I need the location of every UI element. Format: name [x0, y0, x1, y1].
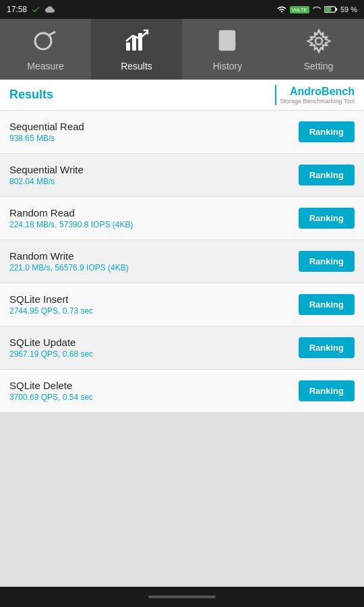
results-title: Results [9, 88, 53, 102]
setting-icon [305, 27, 333, 55]
result-text: Random Read 224.18 MB/s, 57390.8 IOPS (4… [9, 207, 299, 229]
tab-measure-label: Measure [27, 61, 63, 71]
ranking-button[interactable]: Ranking [299, 294, 355, 315]
results-icon [123, 27, 151, 55]
result-item: Random Write 221.0 MB/s, 56576.9 IOPS (4… [0, 240, 364, 283]
result-name: Random Write [9, 250, 299, 262]
tab-results[interactable]: Results [91, 19, 182, 80]
result-name: SQLite Delete [9, 380, 299, 391]
ranking-button[interactable]: Ranking [299, 380, 355, 401]
tab-setting[interactable]: Setting [273, 19, 364, 80]
results-list: Sequential Read 938.65 MB/s Ranking Sequ… [0, 111, 364, 413]
signal-icon [312, 5, 322, 14]
check-icon [31, 5, 40, 14]
brand-divider [275, 85, 276, 105]
svg-rect-2 [325, 7, 331, 11]
svg-line-4 [49, 32, 55, 35]
result-item: SQLite Insert 2744.95 QPS, 0.73 sec Rank… [0, 283, 364, 326]
status-left: 17:58 [7, 5, 55, 14]
tab-setting-label: Setting [304, 61, 334, 71]
time-display: 17:58 [7, 5, 27, 14]
tab-history-label: History [213, 61, 243, 71]
status-right: VoLTE 59 % [276, 5, 358, 14]
brand-container: AndroBench Storage Benchmarking Tool [275, 85, 355, 105]
result-text: SQLite Delete 3700.69 QPS, 0.54 sec [9, 380, 299, 402]
svg-rect-1 [336, 8, 338, 11]
battery-icon [324, 5, 338, 13]
result-name: SQLite Insert [9, 293, 299, 305]
cloud-icon [44, 5, 55, 14]
bottom-bar [0, 587, 364, 607]
results-header: Results AndroBench Storage Benchmarking … [0, 80, 364, 111]
svg-point-12 [315, 38, 322, 45]
svg-rect-5 [126, 42, 130, 51]
svg-point-3 [35, 33, 51, 49]
nav-tabs: Measure Results History [0, 19, 364, 80]
ranking-button[interactable]: Ranking [299, 337, 355, 358]
brand-logo: AndroBench Storage Benchmarking Tool [280, 86, 355, 105]
result-item: SQLite Update 2967.19 QPS, 0.68 sec Rank… [0, 326, 364, 370]
brand-part1: Andro [290, 86, 322, 97]
battery-percent: 59 % [340, 5, 357, 13]
result-text: SQLite Insert 2744.95 QPS, 0.73 sec [9, 293, 299, 316]
result-name: Sequential Write [9, 164, 299, 175]
result-value: 802.04 MB/s [9, 177, 299, 186]
result-text: Sequential Read 938.65 MB/s [9, 121, 299, 143]
result-value: 938.65 MB/s [9, 134, 299, 143]
brand-name: AndroBench [290, 86, 355, 98]
result-text: Random Write 221.0 MB/s, 56576.9 IOPS (4… [9, 250, 299, 272]
ranking-button[interactable]: Ranking [299, 165, 355, 185]
volte-badge: VoLTE [290, 6, 309, 13]
result-item: Sequential Write 802.04 MB/s Ranking [0, 154, 364, 197]
ranking-button[interactable]: Ranking [299, 121, 355, 142]
result-item: Sequential Read 938.65 MB/s Ranking [0, 111, 364, 154]
result-value: 3700.69 QPS, 0.54 sec [9, 393, 299, 402]
tab-measure[interactable]: Measure [0, 19, 91, 80]
wifi-icon [276, 5, 287, 14]
result-name: Random Read [9, 207, 299, 219]
brand-sub: Storage Benchmarking Tool [280, 98, 355, 105]
result-value: 221.0 MB/s, 56576.9 IOPS (4KB) [9, 263, 299, 272]
brand-part2: Bench [322, 86, 355, 97]
history-icon [214, 27, 242, 55]
result-value: 2744.95 QPS, 0.73 sec [9, 306, 299, 316]
result-item: SQLite Delete 3700.69 QPS, 0.54 sec Rank… [0, 370, 364, 413]
result-text: SQLite Update 2967.19 QPS, 0.68 sec [9, 337, 299, 359]
result-item: Random Read 224.18 MB/s, 57390.8 IOPS (4… [0, 197, 364, 240]
result-value: 224.18 MB/s, 57390.8 IOPS (4KB) [9, 220, 299, 229]
result-name: SQLite Update [9, 337, 299, 348]
tab-results-label: Results [121, 61, 152, 71]
ranking-button[interactable]: Ranking [299, 251, 355, 272]
result-name: Sequential Read [9, 121, 299, 132]
tab-history[interactable]: History [182, 19, 273, 80]
ranking-button[interactable]: Ranking [299, 208, 355, 229]
home-indicator [148, 596, 216, 598]
svg-rect-6 [132, 37, 136, 51]
result-value: 2967.19 QPS, 0.68 sec [9, 349, 299, 359]
status-bar: 17:58 VoLTE 59 % [0, 0, 364, 19]
result-text: Sequential Write 802.04 MB/s [9, 164, 299, 186]
measure-icon [32, 27, 60, 55]
